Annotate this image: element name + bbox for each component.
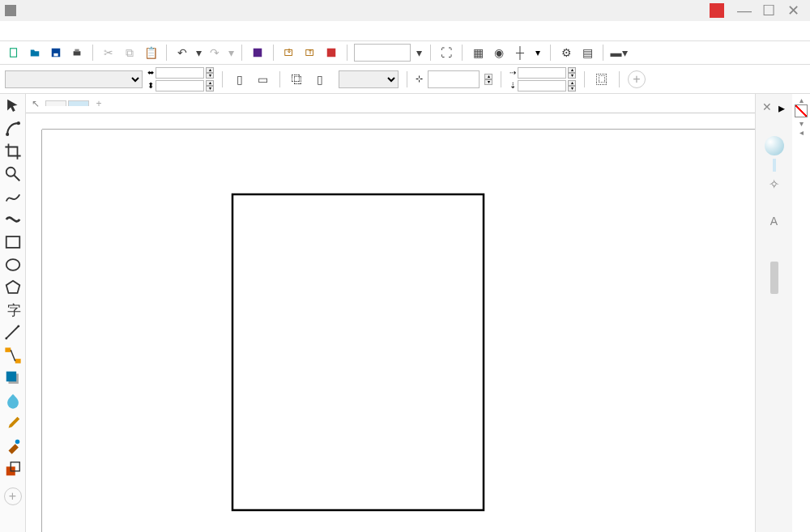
tab-welcome[interactable]: [45, 100, 66, 106]
svg-rect-0: [11, 49, 17, 57]
spin-up[interactable]: ▴: [206, 67, 214, 73]
ellipse-tool-icon[interactable]: [4, 256, 22, 274]
ruler-horizontal[interactable]: [42, 113, 755, 130]
open-icon[interactable]: [26, 44, 44, 62]
smart-fill-icon[interactable]: [4, 460, 22, 478]
all-pages-icon[interactable]: ⿻: [288, 70, 306, 88]
drawing-content[interactable]: [212, 178, 504, 526]
menu-bar: [0, 21, 810, 40]
svg-point-9: [6, 133, 9, 136]
app-launcher-icon[interactable]: ▬▾: [610, 44, 628, 62]
close-button[interactable]: ✕: [781, 2, 805, 19]
publish-icon[interactable]: [322, 44, 340, 62]
ruler-vertical[interactable]: [26, 130, 42, 532]
drop-shadow-icon[interactable]: [4, 369, 22, 387]
minimize-button[interactable]: —: [732, 2, 757, 19]
dup-x-input[interactable]: [518, 67, 566, 79]
grid-icon[interactable]: ◉: [490, 44, 508, 62]
pick-tool-icon[interactable]: [4, 97, 22, 115]
launch-icon[interactable]: ▤: [578, 44, 596, 62]
guides-icon[interactable]: ┼: [511, 44, 529, 62]
landscape-icon[interactable]: ▭: [254, 70, 271, 88]
page-width-input[interactable]: [156, 67, 204, 79]
spin-down[interactable]: ▾: [568, 73, 576, 79]
maximize-button[interactable]: ☐: [757, 2, 781, 19]
no-color-swatch[interactable]: [795, 104, 808, 117]
fullscreen-icon[interactable]: ⛶: [437, 44, 455, 62]
toolbox-customize-button[interactable]: +: [4, 487, 22, 505]
spin-down[interactable]: ▾: [206, 73, 214, 79]
interactive-fill-icon[interactable]: [4, 437, 22, 455]
undo-icon[interactable]: ↶: [173, 44, 191, 62]
standard-toolbar: ✂ ⧉ 📋 ↶ ▾ ↷ ▾ ▾ ⛶ ▦ ◉ ┼ ▾ ⚙ ▤ ▬▾: [0, 40, 810, 65]
copy-icon[interactable]: ⧉: [121, 44, 139, 62]
nudge-input[interactable]: [428, 70, 480, 88]
palette-scroll-up-icon[interactable]: ▴: [799, 96, 804, 104]
lens-icon[interactable]: [765, 136, 784, 155]
undo-dropdown-icon[interactable]: ▾: [194, 44, 202, 62]
docker-tab-lens[interactable]: [773, 159, 776, 172]
new-tab-button[interactable]: +: [91, 98, 107, 109]
print-icon[interactable]: [68, 44, 86, 62]
search-icon[interactable]: [249, 44, 266, 62]
tab-document[interactable]: [68, 100, 89, 106]
zoom-input[interactable]: [354, 44, 411, 62]
spin-down[interactable]: ▾: [568, 86, 576, 92]
current-page-icon[interactable]: ▯: [311, 70, 329, 88]
page-dimensions: ⬌▴▾ ⬍▴▾: [147, 66, 214, 92]
rectangle-tool-icon[interactable]: [4, 233, 22, 251]
parallel-dimension-icon[interactable]: [4, 324, 22, 342]
units-select[interactable]: [339, 70, 399, 88]
spin-up[interactable]: ▴: [568, 80, 576, 86]
quickcustomize-button[interactable]: +: [628, 70, 646, 88]
docker-panel: ✕ ▸ ✧ A: [755, 94, 792, 532]
zoom-dropdown-icon[interactable]: ▾: [414, 44, 424, 62]
polygon-tool-icon[interactable]: [4, 279, 22, 296]
page-height-input[interactable]: [156, 80, 204, 92]
scrollbar-thumb[interactable]: [770, 262, 778, 294]
redo-icon[interactable]: ↷: [206, 44, 224, 62]
color-eyedropper-icon[interactable]: [4, 415, 22, 432]
shape-tool-icon[interactable]: [4, 120, 22, 138]
freehand-tool-icon[interactable]: [4, 188, 22, 206]
canvas[interactable]: [42, 130, 755, 532]
spin-up[interactable]: ▴: [484, 74, 492, 79]
palette-scroll-down-icon[interactable]: ▾: [799, 119, 804, 128]
docker-tab-hints[interactable]: [773, 197, 776, 210]
spin-up[interactable]: ▴: [206, 80, 214, 86]
docker-tab-object-properties[interactable]: [773, 120, 776, 133]
spin-down[interactable]: ▾: [206, 86, 214, 92]
docker-tab-text-properties[interactable]: [773, 232, 776, 245]
text-tool-icon[interactable]: 字: [4, 301, 22, 319]
page-size-select[interactable]: [5, 70, 143, 88]
redo-dropdown-icon[interactable]: ▾: [227, 44, 235, 62]
new-icon[interactable]: [5, 44, 23, 62]
artistic-media-icon[interactable]: [4, 211, 22, 228]
portrait-icon[interactable]: ▯: [231, 70, 249, 88]
user-icon[interactable]: [710, 3, 724, 18]
export-icon[interactable]: [301, 44, 319, 62]
treat-as-filled-icon[interactable]: ⿴: [593, 70, 611, 88]
paste-icon[interactable]: 📋: [142, 44, 160, 62]
connector-tool-icon[interactable]: [4, 347, 22, 364]
docker-close-icon[interactable]: ✕: [759, 97, 775, 117]
svg-rect-13: [6, 236, 19, 248]
zoom-tool-icon[interactable]: [4, 165, 22, 183]
snap-dropdown[interactable]: ▾: [532, 47, 544, 58]
spin-down[interactable]: ▾: [484, 79, 492, 85]
docker-flyout-icon[interactable]: ▸: [778, 100, 790, 112]
crop-tool-icon[interactable]: [4, 143, 22, 160]
svg-rect-2: [53, 53, 58, 57]
svg-rect-3: [74, 51, 81, 55]
save-icon[interactable]: [47, 44, 65, 62]
import-icon[interactable]: [280, 44, 298, 62]
dup-y-input[interactable]: [518, 80, 566, 92]
palette-flyout-icon[interactable]: ◂: [799, 128, 804, 137]
svg-line-12: [14, 175, 19, 181]
transparency-tool-icon[interactable]: [4, 392, 22, 410]
hints-icon: ✧: [769, 177, 779, 192]
cut-icon[interactable]: ✂: [100, 44, 117, 62]
spin-up[interactable]: ▴: [568, 67, 576, 73]
options-icon[interactable]: ⚙: [557, 44, 575, 62]
rulers-icon[interactable]: ▦: [469, 44, 487, 62]
